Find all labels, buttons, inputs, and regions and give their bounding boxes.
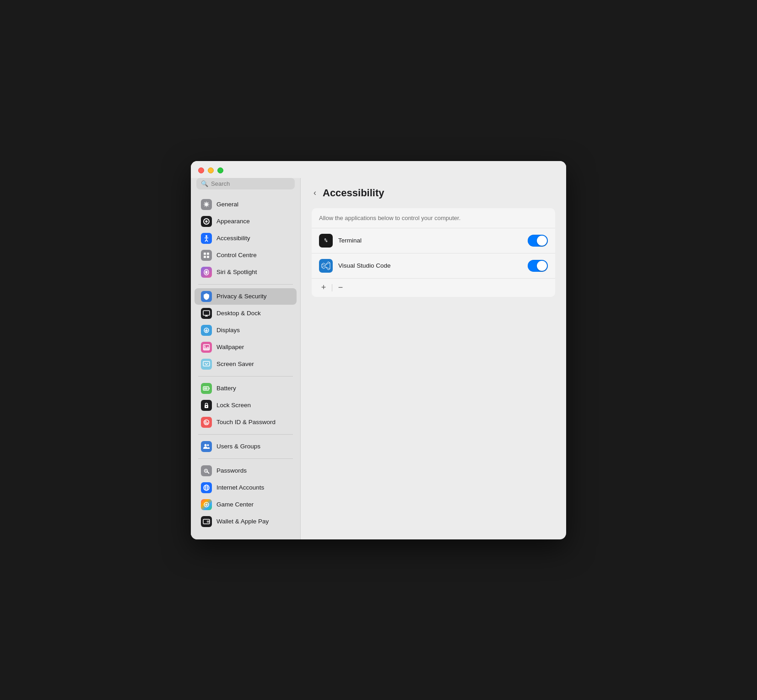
- sidebar-icon-internet: [201, 482, 212, 493]
- sidebar-icon-passwords: [201, 465, 212, 476]
- svg-point-28: [207, 444, 209, 446]
- sidebar-label-appearance: Appearance: [216, 218, 250, 225]
- sidebar-icon-battery: [201, 383, 212, 394]
- sidebar-divider: [198, 376, 293, 377]
- titlebar: [191, 161, 566, 178]
- sidebar-item-touchid[interactable]: Touch ID & Password: [195, 414, 297, 431]
- search-input[interactable]: [211, 180, 290, 187]
- remove-app-button[interactable]: −: [334, 282, 347, 293]
- svg-line-42: [322, 266, 326, 267]
- search-bar[interactable]: 🔍: [196, 178, 295, 189]
- sidebar-item-desktop[interactable]: Desktop & Dock: [195, 305, 297, 322]
- sidebar-label-wallpaper: Wallpaper: [216, 344, 244, 350]
- sidebar-item-users[interactable]: Users & Groups: [195, 438, 297, 455]
- app-name-vscode: Visual Studio Code: [338, 262, 522, 269]
- sidebar-item-wallet[interactable]: Wallet & Apple Pay: [195, 513, 297, 530]
- sidebar-icon-displays: [201, 325, 212, 336]
- sidebar-item-siri[interactable]: Siri & Spotlight: [195, 264, 297, 280]
- system-preferences-window: 🔍 GeneralAppearanceAccessibilityControl …: [191, 161, 566, 539]
- search-icon: 🔍: [201, 180, 208, 187]
- sidebar-icon-wallpaper: [201, 342, 212, 353]
- sidebar-label-users: Users & Groups: [216, 443, 260, 450]
- sidebar-icon-general: [201, 199, 212, 210]
- sidebar-label-control-centre: Control Centre: [216, 252, 257, 258]
- sidebar-label-displays: Displays: [216, 327, 240, 334]
- sidebar-icon-desktop: [201, 308, 212, 319]
- sidebar-item-screensaver[interactable]: Screen Saver: [195, 356, 297, 372]
- svg-point-3: [205, 235, 207, 237]
- app-row-terminal: %Terminal: [312, 228, 555, 253]
- svg-rect-10: [204, 256, 206, 258]
- sidebar-icon-gamecenter: [201, 499, 212, 510]
- svg-point-27: [205, 444, 207, 446]
- sidebar-item-appearance[interactable]: Appearance: [195, 213, 297, 230]
- sidebar-label-siri: Siri & Spotlight: [216, 269, 257, 275]
- svg-rect-8: [204, 253, 206, 255]
- sidebar-label-privacy: Privacy & Security: [216, 293, 267, 300]
- sidebar-divider: [198, 458, 293, 459]
- svg-line-41: [322, 264, 326, 265]
- sidebar-label-passwords: Passwords: [216, 467, 247, 474]
- sidebar-item-battery[interactable]: Battery: [195, 380, 297, 397]
- sidebar-item-passwords[interactable]: Passwords: [195, 463, 297, 479]
- page-title: Accessibility: [323, 187, 384, 199]
- back-button[interactable]: ‹: [312, 188, 318, 198]
- svg-line-7: [206, 240, 208, 242]
- sidebar-item-accessibility[interactable]: Accessibility: [195, 230, 297, 247]
- sidebar-label-gamecenter: Game Center: [216, 501, 254, 508]
- svg-line-30: [207, 471, 209, 473]
- sidebar-icon-lockscreen: [201, 400, 212, 411]
- sidebar-icon-accessibility: [201, 233, 212, 244]
- sidebar-icon-users: [201, 441, 212, 452]
- app-toggle-terminal[interactable]: [528, 235, 548, 247]
- add-app-button[interactable]: +: [317, 282, 330, 293]
- svg-rect-20: [203, 361, 210, 366]
- svg-point-13: [205, 270, 208, 274]
- minimize-button[interactable]: [208, 167, 214, 173]
- svg-rect-9: [207, 253, 209, 255]
- sidebar-label-desktop: Desktop & Dock: [216, 310, 261, 317]
- sidebar-divider: [198, 284, 293, 285]
- app-toggle-vscode[interactable]: [528, 260, 548, 272]
- sidebar-item-control-centre[interactable]: Control Centre: [195, 247, 297, 264]
- sidebar-item-general[interactable]: General: [195, 196, 297, 213]
- sidebar-label-battery: Battery: [216, 385, 236, 392]
- svg-point-31: [205, 470, 206, 471]
- sidebar-label-general: General: [216, 201, 238, 208]
- sidebar-items-container: GeneralAppearanceAccessibilityControl Ce…: [191, 196, 300, 530]
- svg-rect-22: [209, 388, 210, 389]
- panel-description: Allow the applications below to control …: [312, 208, 555, 228]
- sidebar-divider: [198, 434, 293, 435]
- sidebar-item-privacy[interactable]: Privacy & Security: [195, 288, 297, 305]
- sidebar-label-internet: Internet Accounts: [216, 484, 264, 491]
- sidebar-item-lockscreen[interactable]: Lock Screen: [195, 397, 297, 414]
- main-content: ‹ Accessibility Allow the applications b…: [301, 178, 566, 539]
- sidebar-icon-control-centre: [201, 250, 212, 261]
- sidebar-item-gamecenter[interactable]: Game Center: [195, 496, 297, 513]
- sidebar-item-internet[interactable]: Internet Accounts: [195, 479, 297, 496]
- svg-rect-11: [207, 256, 209, 258]
- sidebar-label-touchid: Touch ID & Password: [216, 419, 276, 425]
- sidebar-label-lockscreen: Lock Screen: [216, 402, 251, 409]
- app-name-terminal: Terminal: [338, 237, 522, 244]
- sidebar-icon-touchid: [201, 417, 212, 428]
- svg-point-40: [208, 521, 209, 522]
- sidebar-item-displays[interactable]: Displays: [195, 322, 297, 339]
- sidebar-icon-screensaver: [201, 359, 212, 370]
- svg-point-2: [205, 220, 208, 222]
- sidebar-icon-privacy: [201, 291, 212, 302]
- close-button[interactable]: [198, 167, 204, 173]
- app-row-vscode: Visual Studio Code: [312, 253, 555, 278]
- sidebar-label-wallet: Wallet & Apple Pay: [216, 518, 269, 525]
- svg-point-25: [206, 406, 207, 407]
- sidebar-item-wallpaper[interactable]: Wallpaper: [195, 339, 297, 355]
- app-icon-vscode: [319, 259, 333, 273]
- sidebar: 🔍 GeneralAppearanceAccessibilityControl …: [191, 178, 301, 539]
- svg-rect-14: [203, 311, 210, 315]
- actions-divider: [332, 284, 332, 291]
- window-content: 🔍 GeneralAppearanceAccessibilityControl …: [191, 178, 566, 539]
- sidebar-icon-appearance: [201, 216, 212, 227]
- sidebar-icon-wallet: [201, 516, 212, 527]
- app-rows-container: %TerminalVisual Studio Code: [312, 228, 555, 278]
- maximize-button[interactable]: [217, 167, 223, 173]
